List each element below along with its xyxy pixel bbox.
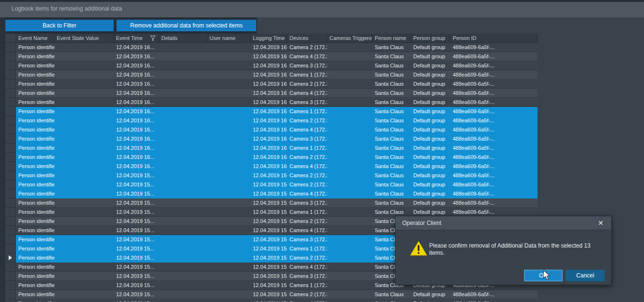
- row-selector[interactable]: [5, 89, 16, 98]
- cell-event_state_value: [54, 43, 114, 52]
- row-selector[interactable]: [5, 244, 16, 253]
- table-row[interactable]: Person identified12.04.2019 16...12.04.2…: [5, 52, 538, 61]
- row-selector[interactable]: [5, 226, 16, 235]
- table-row[interactable]: Person identified12.04.2019 16...12.04.2…: [5, 153, 538, 162]
- row-selector[interactable]: [5, 98, 16, 107]
- row-selector[interactable]: [5, 52, 16, 61]
- cell-details: [159, 171, 207, 180]
- table-row[interactable]: Person identified12.04.2019 16...12.04.2…: [5, 89, 538, 98]
- cell-event_name: Person identified: [16, 217, 54, 226]
- column-header-event_state_value[interactable]: Event State Value: [54, 34, 114, 42]
- cell-event_time: 12.04.2019 15...: [114, 290, 159, 299]
- cell-cameras_triggered: [327, 70, 372, 79]
- ok-button[interactable]: OK: [524, 270, 563, 281]
- cell-person_id: 488ea609-6a5f-...: [450, 134, 538, 144]
- row-selector[interactable]: [5, 162, 16, 171]
- row-selector[interactable]: [5, 43, 16, 52]
- row-selector[interactable]: [5, 198, 16, 208]
- cell-cameras_triggered: [327, 107, 372, 116]
- row-selector[interactable]: [5, 144, 16, 153]
- header-row-selector-cell[interactable]: [5, 34, 16, 42]
- cell-user_name: [207, 98, 250, 107]
- row-selector[interactable]: [5, 116, 16, 125]
- column-header-user_name[interactable]: User name: [207, 34, 250, 42]
- table-row[interactable]: Person identified12.04.2019 16...12.04.2…: [5, 144, 538, 153]
- row-selector[interactable]: [5, 180, 16, 189]
- cell-person_name: Santa Claus: [372, 98, 411, 107]
- cell-person_group: Default group: [411, 198, 450, 208]
- row-selector[interactable]: [5, 189, 16, 198]
- cell-person_name: Santa Claus: [372, 107, 411, 116]
- table-header-row: Event NameEvent State ValueEvent TimeDet…: [5, 34, 538, 43]
- table-row[interactable]: Person identified12.04.2019 15...12.04.2…: [5, 290, 538, 299]
- row-selector[interactable]: [5, 107, 16, 116]
- close-icon[interactable]: ✕: [595, 218, 606, 228]
- column-header-person_name[interactable]: Person name: [372, 34, 411, 42]
- row-selector[interactable]: [5, 272, 16, 281]
- cell-person_name: Santa Claus: [372, 290, 411, 299]
- table-row[interactable]: Person identified12.04.2019 16...12.04.2…: [5, 70, 538, 79]
- cell-event_state_value: [54, 281, 114, 290]
- cell-devices: Camera 4 (172.3...: [287, 189, 327, 198]
- row-selector[interactable]: [5, 235, 16, 244]
- column-header-event_name[interactable]: Event Name: [16, 34, 54, 42]
- cell-event_time: 12.04.2019 15...: [114, 180, 159, 189]
- filter-funnel-icon[interactable]: [150, 36, 156, 41]
- table-row[interactable]: Person identified12.04.2019 15...12.04.2…: [5, 180, 538, 189]
- column-header-person_id[interactable]: Person ID: [450, 34, 538, 42]
- cell-cameras_triggered: [327, 226, 372, 235]
- table-row[interactable]: Person identified12.04.2019 16...12.04.2…: [5, 125, 538, 134]
- table-row[interactable]: Person identified12.04.2019 15...12.04.2…: [5, 299, 538, 302]
- table-row[interactable]: Person identified12.04.2019 15...12.04.2…: [5, 198, 538, 208]
- table-row[interactable]: Person identified12.04.2019 16...12.04.2…: [5, 162, 538, 171]
- cancel-button[interactable]: Cancel: [566, 270, 605, 281]
- cell-person_id: 488ea609-6a5f-...: [450, 79, 538, 89]
- cell-devices: Camera 2 (172.3...: [287, 171, 327, 180]
- cell-person_name: Santa Claus: [372, 125, 411, 134]
- column-header-label: Cameras Triggered: [329, 35, 372, 41]
- table-row[interactable]: Person identified12.04.2019 16...12.04.2…: [5, 116, 538, 125]
- row-selector[interactable]: [5, 171, 16, 180]
- remove-additional-data-button[interactable]: Remove additional data from selected ite…: [117, 20, 256, 31]
- row-selector[interactable]: [5, 263, 16, 272]
- column-header-cameras_triggered[interactable]: Cameras Triggered: [327, 34, 372, 42]
- row-selector[interactable]: [5, 290, 16, 299]
- back-to-filter-button[interactable]: Back to Filter: [5, 20, 114, 31]
- row-selector[interactable]: [5, 208, 16, 217]
- cell-user_name: [207, 208, 250, 217]
- cell-details: [159, 253, 207, 263]
- column-header-details[interactable]: Details: [159, 34, 207, 42]
- row-selector[interactable]: [5, 70, 16, 79]
- row-selector[interactable]: [5, 125, 16, 134]
- row-selector[interactable]: [5, 217, 16, 226]
- cell-event_name: Person identified: [16, 281, 54, 290]
- row-selector[interactable]: [5, 299, 16, 302]
- row-selector[interactable]: [5, 79, 16, 89]
- table-row[interactable]: Person identified12.04.2019 16...12.04.2…: [5, 98, 538, 107]
- cell-event_state_value: [54, 198, 114, 208]
- cell-person_group: Default group: [411, 43, 450, 52]
- cell-person_name: Santa Claus: [372, 144, 411, 153]
- column-header-label: Person name: [375, 35, 406, 41]
- cell-event_name: Person identified: [16, 79, 54, 89]
- row-selector[interactable]: [5, 134, 16, 144]
- column-header-logging_time[interactable]: Logging Time: [250, 34, 287, 42]
- table-row[interactable]: Person identified12.04.2019 16...12.04.2…: [5, 61, 538, 70]
- table-row[interactable]: Person identified12.04.2019 16...12.04.2…: [5, 107, 538, 116]
- cell-event_time: 12.04.2019 15...: [114, 198, 159, 208]
- column-header-devices[interactable]: Devices: [287, 34, 327, 42]
- table-row[interactable]: Person identified12.04.2019 15...12.04.2…: [5, 189, 538, 198]
- cell-devices: Camera 2 (172.3...: [287, 79, 327, 89]
- table-row[interactable]: Person identified12.04.2019 16...12.04.2…: [5, 134, 538, 144]
- row-selector[interactable]: [5, 61, 16, 70]
- table-row[interactable]: Person identified12.04.2019 15...12.04.2…: [5, 171, 538, 180]
- column-header-event_time[interactable]: Event Time: [114, 34, 159, 42]
- cell-event_name: Person identified: [16, 263, 54, 272]
- column-header-person_group[interactable]: Person group: [411, 34, 450, 42]
- row-selector[interactable]: [5, 253, 16, 263]
- row-selector[interactable]: [5, 153, 16, 162]
- table-row[interactable]: Person identified12.04.2019 16...12.04.2…: [5, 79, 538, 89]
- table-row[interactable]: Person identified12.04.2019 16...12.04.2…: [5, 43, 538, 52]
- row-selector[interactable]: [5, 281, 16, 290]
- cell-person_name: Santa Claus: [372, 299, 411, 302]
